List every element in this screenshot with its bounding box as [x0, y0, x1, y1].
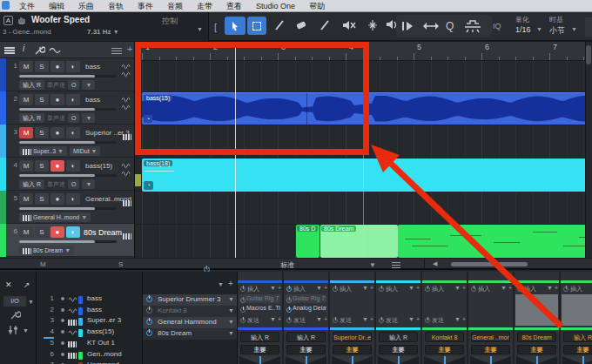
- instrument-power-icon[interactable]: [146, 330, 152, 336]
- console-channel-row-2[interactable]: 2bass: [37, 306, 141, 317]
- input-select[interactable]: 输入 R: [19, 113, 44, 123]
- layers-icon[interactable]: [111, 47, 122, 54]
- instrument-row-arrow[interactable]: ▼: [228, 319, 234, 325]
- monitor-button[interactable]: ◐: [66, 61, 80, 72]
- mixer-strip-2[interactable]: 插入 ▼+发送 ▼+Superior Dr..er 3主要: [330, 272, 374, 364]
- volume-slider[interactable]: [19, 207, 117, 210]
- console-channel-row-5[interactable]: 5KT Out 1: [37, 339, 141, 350]
- pencil-tool-icon[interactable]: [273, 18, 286, 32]
- mixer-strip-6[interactable]: 插入 ▼+80s Dream主要: [515, 272, 559, 364]
- solo-button[interactable]: S: [35, 127, 49, 138]
- console-channel-row-1[interactable]: 1bass: [37, 294, 141, 306]
- timebase-value[interactable]: 小节: [549, 25, 565, 37]
- track-name[interactable]: bass: [85, 96, 100, 104]
- track-header-generalmond[interactable]: 5MS●◐General..mond General H..mond ▼: [0, 191, 135, 224]
- menu-item-7[interactable]: 查看: [219, 0, 249, 12]
- record-button[interactable]: ●: [50, 193, 64, 205]
- clip-gain-icon[interactable]: ◔: [144, 181, 153, 190]
- device-dropdown-arrow[interactable]: ▼: [197, 26, 203, 32]
- menu-item-4[interactable]: 事件: [131, 0, 160, 12]
- strip-input-label[interactable]: 输入 R: [563, 332, 592, 342]
- solo-button[interactable]: S: [35, 61, 49, 72]
- track-header-bass[interactable]: 2MS●◐bass输入 R单声道O▼: [0, 91, 135, 125]
- mixer-strip-3[interactable]: 插入 ▼+发送 ▼+输入 R主要: [376, 272, 420, 364]
- midi-clip-80sdream-selected[interactable]: 80s Dream: [320, 225, 398, 258]
- strip-input-label[interactable]: 80s Dream: [517, 332, 556, 342]
- automation-wave-icon[interactable]: [49, 46, 63, 55]
- strip-input-label[interactable]: General ..mond: [471, 332, 510, 342]
- input-select[interactable]: 输入 R: [19, 179, 44, 189]
- strip-input-label[interactable]: Superior Dr..er 3: [333, 332, 372, 342]
- paint-tool-icon[interactable]: [319, 18, 331, 32]
- mixer-strip-1[interactable]: 插入 ▼+Guitar Rig 7:Analog Delay发送 ▼+输入 R主…: [284, 272, 328, 364]
- strip-main-button[interactable]: 主要: [286, 345, 326, 354]
- rate-value[interactable]: 7.31 Hz ▼: [87, 28, 119, 36]
- io-button[interactable]: I/O: [3, 296, 26, 307]
- gain-knob[interactable]: O: [68, 80, 79, 90]
- console-fader-icon[interactable]: [7, 324, 19, 336]
- instrument-header-arrow[interactable]: ▼: [218, 281, 224, 287]
- midi-out-select[interactable]: MIDut ▼: [70, 146, 101, 156]
- io-dropdown-arrow[interactable]: ▼: [82, 113, 95, 123]
- strip-main-button[interactable]: 主要: [471, 345, 510, 354]
- io-dropdown-arrow[interactable]: ▼: [28, 299, 34, 305]
- solo-button[interactable]: S: [35, 226, 49, 238]
- quantize-value[interactable]: 1/16: [515, 25, 531, 34]
- mute-button[interactable]: M: [19, 61, 33, 72]
- pan-control[interactable]: [239, 356, 280, 364]
- track-header-80sdream[interactable]: 6MS●◐80s Dream 80s Dream ▼: [0, 224, 135, 257]
- sends-header[interactable]: 发送 ▼+: [286, 316, 306, 325]
- inserts-header[interactable]: 插入 ▼+: [286, 285, 306, 293]
- volume-slider[interactable]: [19, 75, 117, 78]
- pan-control[interactable]: [286, 356, 326, 364]
- monitor-button[interactable]: ◐: [66, 127, 80, 138]
- instrument-row-3[interactable]: 80s Dream▼: [143, 328, 237, 340]
- range-tool-button[interactable]: [247, 17, 266, 35]
- console-close-icon[interactable]: ✕: [5, 280, 12, 289]
- footer-mute-button[interactable]: M: [40, 260, 46, 268]
- quantize-dropdown-arrow[interactable]: ▼: [536, 26, 542, 32]
- arrow-tool-button[interactable]: [225, 17, 246, 35]
- inserts-header[interactable]: 插入 ▼+: [471, 285, 490, 293]
- io-dropdown-arrow[interactable]: ▼: [82, 179, 95, 189]
- instrument-row-arrow[interactable]: ▼: [228, 307, 234, 313]
- mixer-strip-0[interactable]: 插入 ▼+Guitar Rig 7Macros E..Time发送 ▼+输入 R…: [238, 272, 282, 364]
- instrument-row-arrow[interactable]: ▼: [228, 296, 234, 302]
- wrench-icon[interactable]: [33, 45, 45, 56]
- strip-main-button[interactable]: 主要: [333, 345, 372, 354]
- solo-button[interactable]: S: [35, 193, 49, 205]
- strip-input-label[interactable]: 输入 R: [379, 332, 418, 342]
- record-button[interactable]: ●: [50, 160, 64, 172]
- snap-icon[interactable]: [463, 18, 482, 34]
- autoscroll-icon[interactable]: [401, 20, 415, 32]
- menu-item-3[interactable]: 音轨: [101, 0, 131, 12]
- track-header-bass[interactable]: 1MS●◐bass输入 R单声道O▼: [0, 58, 135, 91]
- monitor-button[interactable]: ◐: [66, 94, 80, 105]
- pan-control[interactable]: [332, 356, 373, 364]
- track-name[interactable]: bass(15): [85, 162, 112, 170]
- insert-slot[interactable]: Guitar Rig 7:: [286, 294, 326, 303]
- input-select[interactable]: 输入 R: [19, 80, 44, 90]
- inserts-header[interactable]: 插入 ▼+: [425, 285, 444, 293]
- split-tool-icon[interactable]: [366, 18, 380, 32]
- io-dropdown-arrow[interactable]: ▼: [82, 80, 95, 90]
- inserts-header[interactable]: 插入 ▼+: [517, 285, 536, 293]
- mute-button[interactable]: M: [19, 127, 33, 138]
- insert-slot[interactable]: Guitar Rig 7: [239, 294, 280, 303]
- sends-header[interactable]: 发送 ▼+: [379, 316, 398, 325]
- instrument-select[interactable]: General H..mond ▼: [19, 212, 91, 222]
- strip-input-label[interactable]: 输入 R: [240, 332, 279, 342]
- eraser-tool-icon[interactable]: [294, 18, 308, 32]
- track-name[interactable]: bass: [85, 63, 100, 71]
- track-menu-icon[interactable]: [4, 47, 15, 54]
- midi-clip-80sdream-body[interactable]: [398, 225, 592, 258]
- menu-item-9[interactable]: 帮助: [302, 0, 332, 12]
- instrument-power-icon[interactable]: [146, 296, 152, 302]
- bracket-tool-icon[interactable]: [: [214, 22, 217, 32]
- instrument-power-icon[interactable]: [146, 307, 152, 313]
- sends-header[interactable]: 发送 ▼+: [425, 316, 444, 325]
- console-channel-row-4[interactable]: 4bass(15): [37, 327, 141, 339]
- strip-main-button[interactable]: 主要: [517, 345, 556, 354]
- pan-control[interactable]: [470, 356, 511, 364]
- arrange-vertical-scrollbar[interactable]: [585, 42, 592, 258]
